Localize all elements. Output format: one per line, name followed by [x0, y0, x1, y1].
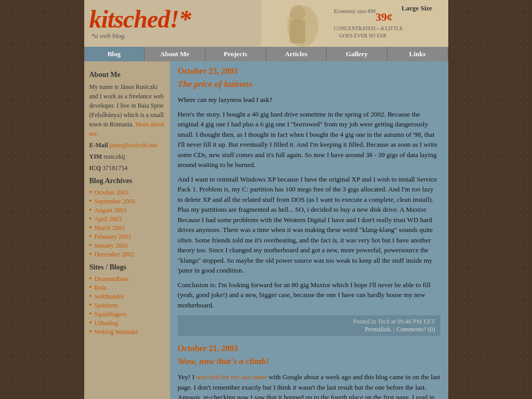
svg-text:Large Size: Large Size: [401, 4, 432, 12]
icq-label: ICQ: [89, 164, 101, 172]
list-item: January 2003: [89, 241, 165, 250]
svg-text:GOES EVER SO FAR: GOES EVER SO FAR: [339, 33, 387, 38]
post-paragraph: Where can my lazyness lead I ask?: [178, 95, 440, 105]
sidebar: About Me My name is János Rusiczki and I…: [84, 61, 170, 399]
post-date: October 23, 2003: [178, 67, 440, 76]
site-title[interactable]: kitsched!*: [89, 7, 261, 32]
list-item: March 2003: [89, 224, 165, 233]
yim-label: YIM: [89, 153, 102, 160]
logo-area: kitsched!* *a web blog.: [84, 0, 261, 47]
main-content: October 23, 2003 The price of laziness W…: [170, 61, 448, 399]
navigation: Blog About Me Projects Articles Gallery …: [84, 47, 448, 61]
blog-link[interactable]: Drumandbass: [95, 275, 129, 282]
post-date: October 21, 2003: [178, 344, 440, 353]
yim-row: YIM rusiczkij: [89, 152, 165, 161]
post-meta: Posted in Tech at 09:46 PM EET: [353, 318, 435, 325]
comments-link[interactable]: Comments? (0): [396, 326, 435, 333]
list-item: Drumandbass: [89, 275, 165, 284]
email-label: E-Mail: [89, 141, 108, 149]
blog-link[interactable]: Urbanlog: [95, 319, 118, 327]
list-item: Rola: [89, 284, 165, 292]
permalink[interactable]: Permalink.: [365, 326, 392, 333]
archive-link[interactable]: April 2003: [95, 215, 122, 223]
svg-rect-8: [290, 20, 305, 43]
blog-link[interactable]: Softthunder: [95, 293, 124, 300]
about-text: My name is János Rusiczki and I work as …: [89, 82, 165, 138]
header: kitsched!* *a web blog. Economy size 89¢…: [84, 0, 448, 47]
post-title: The price of laziness: [178, 79, 440, 89]
sites-title: Sites / Blogs: [89, 263, 165, 272]
list-item: Softthunder: [89, 292, 165, 301]
list-item: Weblog Wannabe: [89, 328, 165, 337]
list-item: Spinform: [89, 301, 165, 310]
archive-link[interactable]: January 2003: [95, 242, 128, 249]
svg-text:39¢: 39¢: [375, 10, 393, 23]
nav-gallery[interactable]: Gallery: [327, 47, 387, 61]
blogs-list: Drumandbass Rola Softthunder Spinform Sq…: [89, 275, 165, 337]
blog-link[interactable]: Squidfingers: [95, 311, 126, 318]
list-item: August 2003: [89, 206, 165, 215]
more-about-link[interactable]: More about me.: [89, 121, 164, 137]
nav-articles[interactable]: Articles: [266, 47, 327, 61]
list-item: Squidfingers: [89, 310, 165, 319]
archive-link[interactable]: September 2003: [95, 198, 135, 205]
yim-value: rusiczkij: [103, 153, 125, 160]
archive-list: October 2003 September 2003 August 2003 …: [89, 188, 165, 259]
icq-value: 37181754: [102, 164, 127, 172]
archive-link[interactable]: October 2003: [95, 189, 129, 196]
header-decoration: Economy size 89¢ Large Size 39¢ CONCENTR…: [261, 0, 448, 47]
nav-projects[interactable]: Projects: [205, 47, 266, 61]
post-body: Yey! I searched for my last name with Go…: [178, 372, 440, 399]
list-item: December 2002: [89, 250, 165, 259]
post-title: Wow, now that's a climb!: [178, 356, 440, 367]
blog-link[interactable]: Weblog Wannabe: [95, 328, 138, 336]
about-section-title: About Me: [89, 71, 165, 79]
email-value[interactable]: janos@rusiczki.net: [110, 141, 158, 149]
svg-point-7: [290, 5, 305, 21]
list-item: Urbanlog: [89, 319, 165, 328]
archive-link[interactable]: August 2003: [95, 207, 127, 214]
list-item: September 2003: [89, 197, 165, 206]
post-paragraph: Here's the story. I bought a 40 gig hard…: [178, 109, 440, 170]
search-link[interactable]: searched for my last name: [196, 373, 267, 381]
svg-text:CONCENTRATED—A LITTLE: CONCENTRATED—A LITTLE: [334, 25, 403, 31]
list-item: October 2003: [89, 188, 165, 197]
post-footer: Posted in Tech at 09:46 PM EET Permalink…: [178, 315, 440, 336]
blog-link[interactable]: Spinform: [95, 302, 118, 309]
list-item: February 2003: [89, 233, 165, 241]
blog-post: October 21, 2003 Wow, now that's a climb…: [178, 344, 440, 399]
content-area: About Me My name is János Rusiczki and I…: [84, 61, 448, 399]
nav-blog[interactable]: Blog: [84, 47, 145, 61]
blog-post: October 23, 2003 The price of laziness W…: [178, 67, 440, 336]
archive-link[interactable]: February 2003: [95, 233, 131, 240]
archive-link[interactable]: December 2002: [95, 251, 134, 258]
icq-row: ICQ 37181754: [89, 163, 165, 173]
post-body: Where can my lazyness lead I ask? Here's…: [178, 95, 440, 310]
blog-link[interactable]: Rola: [95, 284, 107, 291]
email-row: E-Mail janos@rusiczki.net: [89, 140, 165, 150]
nav-about[interactable]: About Me: [145, 47, 205, 61]
svg-text:Economy size 89¢: Economy size 89¢: [334, 8, 376, 14]
nav-links[interactable]: Links: [387, 47, 448, 61]
post-paragraph: Yey! I searched for my last name with Go…: [178, 372, 440, 399]
list-item: April 2003: [89, 215, 165, 224]
archive-link[interactable]: March 2003: [95, 224, 125, 231]
post-paragraph: Conclusion is: I'm looking forward for a…: [178, 280, 440, 311]
site-subtitle: *a web blog.: [89, 32, 261, 40]
header-deco-svg: Economy size 89¢ Large Size 39¢ CONCENTR…: [271, 0, 448, 47]
post-paragraph: And I want to reinstall Windows XP becau…: [178, 174, 440, 276]
archives-title: Blog Archives: [89, 177, 165, 185]
